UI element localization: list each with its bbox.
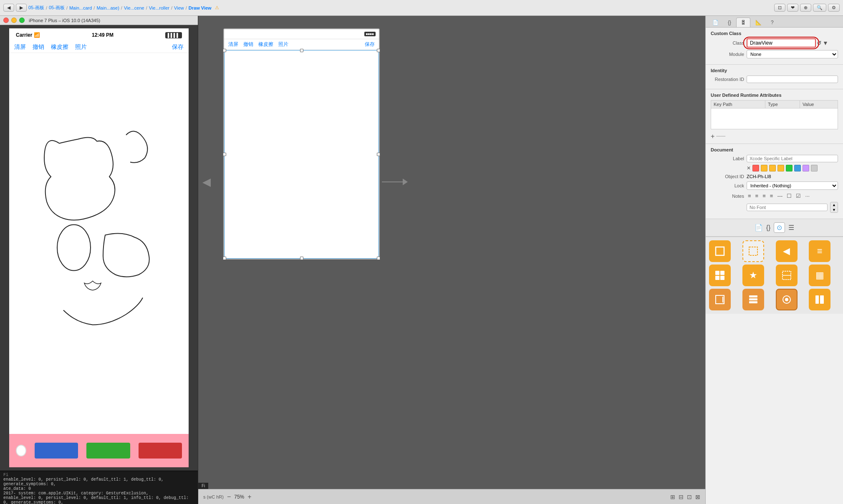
sb-icon-btn-1[interactable]: ⊞ <box>670 494 675 500</box>
maximize-button[interactable] <box>19 18 25 23</box>
toolbar-icon-2[interactable]: ❤ <box>787 4 798 12</box>
clear-btn[interactable]: 清屏 <box>14 43 26 51</box>
toolbar-icon-4[interactable]: 🔍 <box>813 4 826 12</box>
icon-cell-2-2[interactable] <box>742 289 764 310</box>
sel-handle-ml[interactable] <box>223 153 226 156</box>
doc-label-input[interactable] <box>747 155 838 162</box>
view-tab-list[interactable]: ☰ <box>788 222 794 233</box>
swatch-yellow[interactable] <box>769 165 776 171</box>
eraser-btn[interactable]: 橡皮擦 <box>51 43 68 51</box>
tab-help[interactable]: ? <box>767 18 778 27</box>
scene-indicator <box>202 179 211 187</box>
back-btn[interactable]: ◀ <box>3 4 14 12</box>
photo-btn[interactable]: 照片 <box>75 43 87 51</box>
sb-undo-btn[interactable]: 撤销 <box>243 41 253 48</box>
sel-handle-br[interactable] <box>377 257 380 260</box>
view-tab-doc[interactable]: 📄 <box>755 222 763 233</box>
tab-file[interactable]: 📄 <box>708 18 723 27</box>
white-color-selector[interactable] <box>16 445 26 456</box>
forward-btn[interactable]: ▶ <box>16 4 27 12</box>
view-tab-curly[interactable]: {} <box>766 222 771 233</box>
lock-select[interactable]: Inherited - (Nothing) <box>747 181 838 190</box>
minimize-button[interactable] <box>11 18 17 23</box>
sb-save-btn[interactable]: 保存 <box>365 41 375 48</box>
sb-content-view[interactable] <box>224 50 379 259</box>
toolbar-icon-1[interactable]: ⊡ <box>774 4 785 12</box>
icon-cell-view[interactable] <box>709 240 731 262</box>
tab-identity[interactable]: 🎛 <box>736 18 750 27</box>
breadcrumb-5[interactable]: Vie...cene <box>124 5 144 10</box>
drawing-canvas[interactable] <box>9 53 189 434</box>
class-input[interactable] <box>747 38 816 48</box>
notes-align-center[interactable]: ≡ <box>754 192 760 199</box>
zoom-in-btn[interactable]: + <box>247 493 251 501</box>
undo-btn[interactable]: 撤销 <box>33 43 44 51</box>
breadcrumb-2[interactable]: 05-画板 <box>49 5 65 11</box>
font-up-btn[interactable]: ▲ <box>830 202 838 207</box>
sel-handle-tm[interactable] <box>300 49 303 52</box>
class-refresh-btn[interactable]: ↺ <box>817 40 822 46</box>
notes-align-left[interactable]: ≡ <box>747 192 752 199</box>
icon-cell-2-3[interactable] <box>776 289 798 310</box>
toolbar-icon-3[interactable]: ⊕ <box>800 4 811 12</box>
swatch-yellow2[interactable] <box>777 165 784 171</box>
tab-size[interactable]: 📐 <box>751 18 766 27</box>
notes-box[interactable]: ☐ <box>785 192 793 199</box>
icon-cell-star[interactable]: ★ <box>742 265 764 286</box>
sb-icon-btn-2[interactable]: ⊟ <box>679 494 684 500</box>
view-tab-circle[interactable]: ⊙ <box>774 222 785 233</box>
font-down-btn[interactable]: ▼ <box>830 207 838 212</box>
notes-box2[interactable]: ☑ <box>795 192 802 199</box>
swatch-orange[interactable] <box>761 165 767 171</box>
font-input[interactable] <box>747 204 828 211</box>
notes-align-right[interactable]: ≡ <box>761 192 767 199</box>
breadcrumb-6[interactable]: Vie...roller <box>149 5 169 10</box>
icon-cell-grid2[interactable]: ▦ <box>809 265 830 286</box>
icon-cell-list[interactable]: ≡ <box>809 240 830 262</box>
zoom-out-btn[interactable]: − <box>227 493 231 501</box>
breadcrumb-1[interactable]: 05-画板 <box>28 5 44 11</box>
icon-cell-dashed-view[interactable] <box>742 240 764 262</box>
restoration-id-input[interactable] <box>747 76 838 83</box>
swatch-x[interactable]: ✕ <box>747 165 751 171</box>
swatch-green[interactable] <box>786 165 793 171</box>
icon-cell-box[interactable] <box>776 265 798 286</box>
save-btn[interactable]: 保存 <box>172 43 184 51</box>
sb-clear-btn[interactable]: 清屏 <box>228 41 238 48</box>
breadcrumb-8[interactable]: Draw View <box>189 5 212 10</box>
sb-icon-btn-4[interactable]: ⊠ <box>695 494 700 500</box>
swatch-red[interactable] <box>752 165 759 171</box>
red-color-selector[interactable] <box>139 443 182 459</box>
green-color-selector[interactable] <box>86 443 130 459</box>
sel-handle-mr[interactable] <box>377 153 380 156</box>
sel-handle-bl[interactable] <box>223 257 226 260</box>
notes-dash[interactable]: --- <box>776 192 784 199</box>
toolbar-icon-5[interactable]: ⚙ <box>828 4 840 12</box>
tab-quick[interactable]: {} <box>724 18 735 27</box>
sb-eraser-btn[interactable]: 橡皮擦 <box>258 41 273 48</box>
swatch-gray[interactable] <box>811 165 818 171</box>
icon-cell-2-1[interactable] <box>709 289 731 310</box>
sb-icon-btn-3[interactable]: ⊡ <box>687 494 692 500</box>
notes-more[interactable]: ··· <box>804 192 811 199</box>
swatch-blue[interactable] <box>794 165 801 171</box>
add-attribute-btn[interactable]: + <box>711 133 714 140</box>
icon-cell-grid[interactable] <box>709 265 731 286</box>
storyboard-canvas[interactable]: ■■■■ 清屏 撤销 橡皮擦 照片 保存 <box>198 16 705 489</box>
inspector-panel: 📄 {} 🎛 📐 ? Custom Class Class ↺ ▼ <box>705 16 843 504</box>
sel-handle-tl[interactable] <box>223 49 226 52</box>
close-button[interactable] <box>3 18 9 23</box>
breadcrumb-4[interactable]: Main...ase) <box>96 5 119 10</box>
module-select[interactable]: None <box>747 50 838 58</box>
icon-cell-back[interactable]: ◀ <box>776 240 798 262</box>
breadcrumb-7[interactable]: View <box>174 5 184 10</box>
sb-photo-btn[interactable]: 照片 <box>278 41 288 48</box>
class-dropdown-btn[interactable]: ▼ <box>823 40 828 46</box>
notes-align-justify[interactable]: ≡ <box>769 192 775 199</box>
sel-handle-tr[interactable] <box>377 49 380 52</box>
blue-color-selector[interactable] <box>35 443 78 459</box>
breadcrumb-3[interactable]: Main...card <box>69 5 92 10</box>
sel-handle-bm[interactable] <box>300 257 303 260</box>
swatch-purple[interactable] <box>803 165 809 171</box>
icon-cell-2-4[interactable] <box>809 289 830 310</box>
